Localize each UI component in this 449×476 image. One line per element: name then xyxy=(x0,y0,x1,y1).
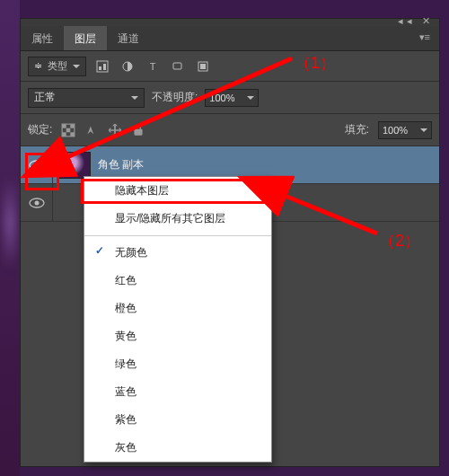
svg-line-20 xyxy=(61,58,292,160)
annotation-arrow-1 xyxy=(45,45,296,162)
annotation-arrow-2 xyxy=(269,184,386,238)
menu-color-purple[interactable]: 紫色 xyxy=(84,406,271,434)
menu-hide-this-layer[interactable]: 隐藏本图层 xyxy=(84,177,271,205)
menu-color-orange[interactable]: 橙色 xyxy=(84,295,271,322)
svg-point-16 xyxy=(34,163,39,167)
menu-toggle-others[interactable]: 显示/隐藏所有其它图层 xyxy=(84,205,271,233)
eye-icon xyxy=(29,198,45,208)
visibility-context-menu: 隐藏本图层 显示/隐藏所有其它图层 无颜色 红色 橙色 黄色 绿色 蓝色 紫色 … xyxy=(84,176,272,463)
app-background-strip xyxy=(0,0,20,476)
eye-icon xyxy=(29,160,45,171)
panel-menu-icon[interactable]: ▾≡ xyxy=(410,26,439,50)
visibility-toggle[interactable] xyxy=(21,184,53,221)
menu-color-yellow[interactable]: 黄色 xyxy=(84,322,271,350)
panel-titlebar: ◂◂ ✕ xyxy=(21,19,439,26)
fill-input[interactable]: 100% xyxy=(378,121,432,139)
fill-value: 100% xyxy=(383,125,408,136)
fill-label: 填充: xyxy=(345,122,369,137)
annotation-marker-2: （2） xyxy=(379,230,420,251)
filter-kind-caret: ≑ xyxy=(34,60,42,72)
svg-point-18 xyxy=(34,200,39,205)
panel-collapse-icon[interactable]: ◂◂ ✕ xyxy=(398,15,434,27)
menu-color-blue[interactable]: 蓝色 xyxy=(84,378,271,406)
menu-color-none[interactable]: 无颜色 xyxy=(84,239,271,267)
menu-color-green[interactable]: 绿色 xyxy=(84,350,271,378)
menu-color-gray[interactable]: 灰色 xyxy=(84,434,271,462)
svg-line-22 xyxy=(278,193,377,234)
menu-color-red[interactable]: 红色 xyxy=(84,267,271,295)
menu-separator xyxy=(84,235,271,236)
annotation-marker-1: （1） xyxy=(295,52,336,74)
chevron-down-icon xyxy=(420,128,427,132)
